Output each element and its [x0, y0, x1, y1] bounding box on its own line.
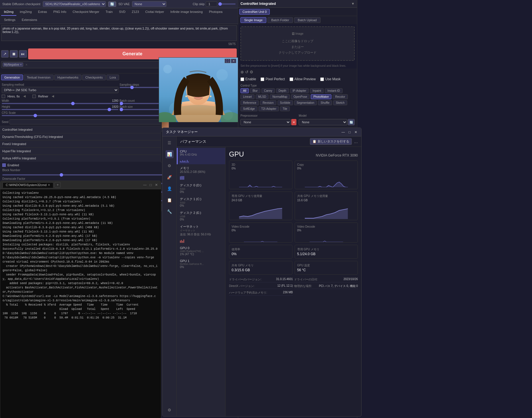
- cn-type-sketch[interactable]: Sketch: [333, 100, 347, 105]
- tab-img2img[interactable]: img2img: [17, 8, 35, 16]
- gen-tab-textual-inversion[interactable]: Textual Inversion: [24, 75, 54, 80]
- cn-batch-folder-tab[interactable]: Batch Folder: [267, 17, 293, 23]
- tab-extras[interactable]: Extras: [35, 8, 50, 16]
- clear-negative-btn[interactable]: ×: [26, 63, 28, 67]
- clip-skip-slider[interactable]: [218, 3, 236, 5]
- positive-prompt[interactable]: photo of a japanese woman, like a k-pop …: [1, 25, 237, 41]
- preview-maximize-btn[interactable]: ⛶: [225, 59, 230, 63]
- gen-tab-lora[interactable]: Lora: [106, 75, 119, 80]
- tm-memory-item[interactable]: メモリ 20.5/31.2 GB (66%): [177, 164, 225, 181]
- tab-infinite-browsing[interactable]: Infinite image browsing: [168, 8, 206, 16]
- cn-type-reference[interactable]: Reference: [240, 100, 259, 105]
- tm-new-task-btn[interactable]: 📋 新しいタスクを行する: [310, 138, 352, 145]
- tm-settings-icon[interactable]: ⚙: [166, 406, 174, 414]
- cn-rotate-icon[interactable]: ↺: [245, 70, 248, 74]
- refiner-checkbox[interactable]: [32, 95, 36, 98]
- tm-disk0-item[interactable]: ディスク 0 (D:) SSD 0%: [177, 181, 225, 195]
- cn-batch-upload-tab[interactable]: Batch Upload: [294, 17, 321, 23]
- terminal-maximize[interactable]: □: [148, 183, 153, 187]
- tm-services-icon[interactable]: 🔧: [166, 208, 174, 216]
- tab-settings[interactable]: Settings: [1, 16, 18, 24]
- cn-type-t2i-adapter[interactable]: T2I-Adapter: [259, 106, 279, 111]
- cn-allow-preview-checkbox[interactable]: [290, 77, 293, 81]
- hrfix-enabled-checkbox[interactable]: [2, 163, 6, 167]
- cn-type-softedge[interactable]: SoftEdge: [240, 106, 257, 111]
- model-refresh-btn[interactable]: 🔄: [348, 119, 355, 125]
- cn-type-blur[interactable]: Blur: [250, 88, 260, 93]
- terminal-new-tab[interactable]: +: [55, 182, 61, 188]
- tab-svd[interactable]: SVD: [116, 8, 129, 16]
- height-slider[interactable]: [2, 109, 119, 110]
- cn-type-lineart[interactable]: Lineart: [240, 94, 255, 99]
- cn-type-scribble[interactable]: Scribble: [277, 100, 293, 105]
- gen-tab-checkpoints[interactable]: Checkpoints: [82, 75, 106, 80]
- stop-btn[interactable]: ⏹: [10, 50, 18, 58]
- cn-pixel-perfect-label[interactable]: Pixel Perfect: [261, 77, 285, 81]
- sampling-method-select[interactable]: DPM++ 2M SDE Turbo: [2, 87, 119, 93]
- cn-type-inpaint[interactable]: Inpaint: [310, 88, 324, 93]
- cn-settings-icon[interactable]: ⚙: [250, 70, 253, 74]
- tm-perf-icon[interactable]: 📊: [166, 150, 174, 158]
- tm-more-btn[interactable]: ...: [354, 139, 358, 144]
- zoom-in-btn[interactable]: ↗: [1, 50, 9, 58]
- cn-dropzone[interactable]: 🖼 Image ここに画像をドロップまたはークリックしてアップロード: [240, 26, 355, 61]
- gen-tab-generation[interactable]: Generation: [1, 75, 23, 80]
- remove-negative-tag[interactable]: ×: [20, 63, 22, 66]
- tm-close[interactable]: ✕: [354, 130, 358, 134]
- cn-type-depth[interactable]: Depth: [276, 88, 289, 93]
- clip-skip-input[interactable]: [206, 1, 217, 7]
- tm-apps-icon[interactable]: ⚙: [166, 162, 174, 170]
- model-select[interactable]: SDXL9527DetailRealistic_v30.safetensors …: [43, 1, 106, 7]
- cn-collapse-btn[interactable]: ▼: [351, 2, 355, 6]
- tab-bt2img[interactable]: bt2img: [1, 8, 16, 16]
- cn-single-image-tab[interactable]: Single Image: [240, 17, 266, 23]
- cn-type-photomaker[interactable]: PhotoMaker: [311, 94, 331, 99]
- terminal-tab-0[interactable]: C:\WINDOWS\System32cmd ✕: [3, 182, 53, 188]
- tm-gpu1-item[interactable]: GPU 1 NVIDIA GeForce R... 0%: [177, 257, 225, 270]
- hires-fix-arrow[interactable]: ◀: [23, 94, 26, 98]
- tm-ethernet-item[interactable]: イーサネット イーサネット 送信: 96.0 受信: 56.0 Kb: [177, 223, 225, 245]
- cn-enable-checkbox[interactable]: [240, 77, 244, 81]
- cn-model-select[interactable]: None: [299, 119, 347, 125]
- tab-photopea[interactable]: Photopea: [206, 8, 225, 16]
- tab-train[interactable]: Train: [103, 8, 116, 16]
- tab-civitai-helper[interactable]: Civitai Helper: [142, 8, 167, 16]
- preview-close-btn[interactable]: ✕: [231, 59, 236, 63]
- tab-z123[interactable]: Z123: [129, 8, 142, 16]
- preprocessor-reset-btn[interactable]: ✕: [291, 119, 296, 125]
- tab-extensions[interactable]: Extensions: [19, 16, 40, 24]
- cn-type-recolor[interactable]: Recolor: [333, 94, 347, 99]
- skip-btn[interactable]: ⏭: [19, 50, 27, 58]
- cn-use-mask-checkbox[interactable]: [320, 77, 324, 81]
- cn-enable-label[interactable]: Enable: [240, 77, 256, 81]
- tm-maximize[interactable]: □: [347, 130, 352, 134]
- cn-type-shuffle[interactable]: Shuffle: [318, 100, 332, 105]
- tm-menu-icon[interactable]: ☰: [166, 139, 174, 147]
- tm-minimize[interactable]: —: [341, 130, 345, 134]
- refiner-arrow[interactable]: ◀: [52, 94, 54, 98]
- tm-startup-icon[interactable]: 🚀: [166, 173, 174, 181]
- cn-type-all[interactable]: All: [240, 88, 249, 93]
- gen-tab-hypernetworks[interactable]: Hypernetworks: [54, 75, 81, 80]
- width-slider[interactable]: [2, 103, 119, 104]
- preprocessor-select[interactable]: None: [240, 119, 291, 125]
- cn-allow-preview-label[interactable]: Allow Preview: [290, 77, 316, 81]
- cn-type-normalmap[interactable]: NormalMap: [270, 94, 290, 99]
- cn-pixel-perfect-checkbox[interactable]: [261, 77, 264, 81]
- terminal-minimize[interactable]: —: [143, 183, 147, 187]
- cn-type-mlsd[interactable]: MLSD: [256, 94, 269, 99]
- refresh-model-btn[interactable]: 🔄: [108, 1, 116, 7]
- tm-cpu-item[interactable]: CPU 9% 4.43 GHz: [177, 148, 225, 164]
- cn-zoom-icon[interactable]: ⊕: [240, 70, 244, 74]
- cn-unit-0-tab[interactable]: ControlNet Unit 0: [239, 9, 270, 15]
- cn-type-instant-id[interactable]: Instant-ID: [325, 88, 342, 93]
- cn-type-tile[interactable]: Tile: [280, 106, 290, 111]
- cn-type-openpose[interactable]: OpenPose: [291, 94, 310, 99]
- tm-details-icon[interactable]: 📋: [166, 196, 174, 204]
- cn-type-ip-adapter[interactable]: IP-Adapter: [290, 88, 309, 93]
- tm-users-icon[interactable]: 👤: [166, 185, 174, 193]
- tab-checkpoint-merger[interactable]: Checkpoint Merger: [70, 8, 102, 16]
- cn-type-revision[interactable]: Revision: [260, 100, 276, 105]
- tm-disk2-item[interactable]: ディスク 2 (E:) USB 0%: [177, 209, 225, 223]
- cn-type-canny[interactable]: Canny: [261, 88, 275, 93]
